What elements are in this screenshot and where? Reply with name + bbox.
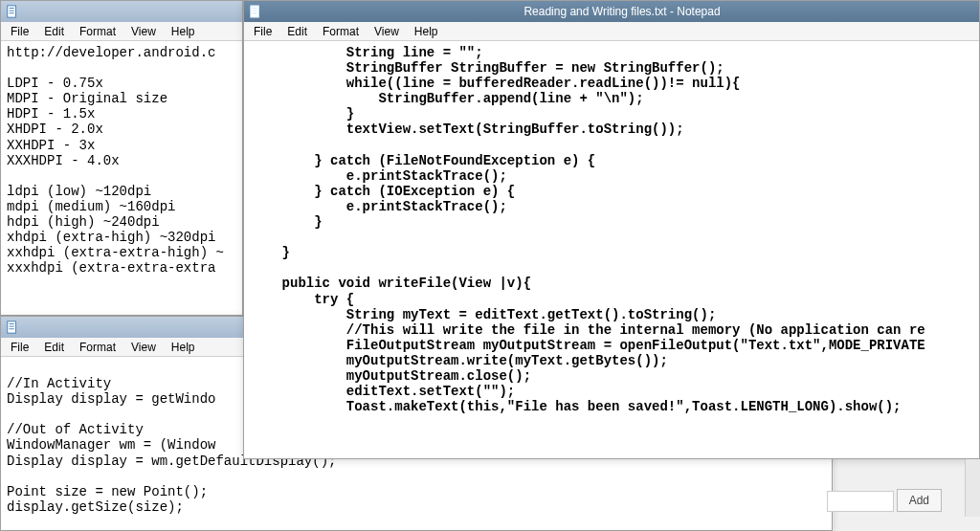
- notepad-icon: [248, 4, 263, 19]
- menubar-main: File Edit Format View Help: [244, 22, 979, 41]
- menu-edit[interactable]: Edit: [279, 23, 315, 40]
- vertical-scrollbar[interactable]: [965, 459, 980, 517]
- titlebar-bg-top[interactable]: [1, 1, 242, 22]
- text-area-main[interactable]: String line = ""; StringBuffer StringBuf…: [244, 41, 979, 458]
- svg-rect-8: [251, 6, 259, 17]
- menu-view[interactable]: View: [367, 23, 407, 40]
- notepad-window-bg-top: File Edit Format View Help http://develo…: [0, 0, 243, 316]
- menu-file[interactable]: File: [3, 23, 36, 40]
- svg-rect-4: [8, 321, 16, 333]
- menu-help[interactable]: Help: [164, 23, 203, 40]
- notepad-window-main: Reading and Writing files.txt - Notepad …: [243, 0, 980, 459]
- menubar-bg-top: File Edit Format View Help: [1, 22, 242, 41]
- titlebar-main[interactable]: Reading and Writing files.txt - Notepad: [244, 1, 979, 22]
- menu-file[interactable]: File: [246, 23, 279, 40]
- menu-view[interactable]: View: [123, 23, 164, 40]
- window-title: Reading and Writing files.txt - Notepad: [269, 5, 975, 18]
- menu-view[interactable]: View: [123, 339, 164, 356]
- menu-file[interactable]: File: [3, 339, 36, 356]
- notepad-icon: [5, 4, 20, 19]
- menu-format[interactable]: Format: [72, 339, 123, 356]
- svg-rect-0: [8, 6, 16, 17]
- menu-help[interactable]: Help: [407, 23, 446, 40]
- menu-edit[interactable]: Edit: [36, 339, 72, 356]
- menu-edit[interactable]: Edit: [36, 23, 72, 40]
- menu-help[interactable]: Help: [164, 339, 203, 356]
- menu-format[interactable]: Format: [72, 23, 123, 40]
- text-input-stub[interactable]: [827, 491, 894, 512]
- menu-format[interactable]: Format: [315, 23, 367, 40]
- add-button[interactable]: Add: [897, 489, 942, 512]
- text-area-bg-top[interactable]: http://developer.android.c LDPI - 0.75x …: [1, 41, 242, 315]
- notepad-icon: [5, 320, 20, 335]
